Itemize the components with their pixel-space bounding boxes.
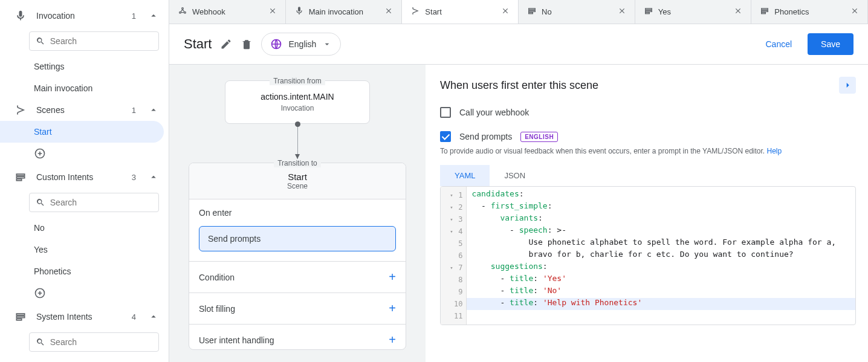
tab-no[interactable]: No [519, 0, 635, 24]
close-icon[interactable] [850, 7, 859, 17]
sidebar-custom-intents-header[interactable]: Custom Intents 3 [0, 166, 169, 188]
close-icon[interactable] [618, 7, 626, 17]
sidebar-invocation-label: Invocation [36, 11, 122, 21]
search-icon [36, 197, 45, 208]
tabs: WebhookMain invocationStartNoYesPhonetic… [169, 0, 868, 24]
user-intent-row[interactable]: User intent handling + [189, 325, 406, 350]
close-icon[interactable] [501, 7, 510, 17]
language-badge: ENGLISH [520, 132, 558, 142]
sidebar-item-start[interactable]: Start [0, 121, 164, 143]
sidebar-item-main-invocation[interactable]: Main invocation [0, 77, 169, 99]
tab-label: Start [425, 7, 441, 16]
sidebar-custom-intents-label: Custom Intents [36, 172, 122, 182]
sidebar-system-intents-count: 4 [132, 312, 136, 322]
scene-card-title: Start [198, 172, 397, 182]
call-webhook-row[interactable]: Call your webhook [440, 107, 856, 118]
scene-card-header[interactable]: Start Scene [189, 163, 406, 199]
sidebar-item-yes[interactable]: Yes [0, 239, 169, 260]
sidebar-item-phonetics[interactable]: Phonetics [0, 260, 169, 282]
send-prompts-checkbox[interactable] [440, 131, 451, 142]
tab-label: Yes [658, 7, 671, 16]
intent-icon [15, 171, 27, 183]
search-input[interactable] [50, 198, 152, 207]
close-icon[interactable] [384, 7, 393, 17]
tab-start[interactable]: Start [402, 0, 519, 24]
scene-icon [410, 6, 420, 18]
save-button[interactable]: Save [808, 33, 853, 55]
sidebar-invocation-search[interactable] [29, 31, 159, 51]
sidebar-scenes-header[interactable]: Scenes 1 [0, 99, 169, 121]
toolbar: Start English Cancel Save [169, 24, 868, 65]
gutter-line: 10 [441, 298, 466, 310]
svg-rect-5 [16, 314, 24, 315]
send-prompts-row[interactable]: Send prompts ENGLISH [440, 131, 856, 142]
search-input[interactable] [50, 337, 152, 347]
json-tab[interactable]: JSON [490, 165, 540, 186]
code-line[interactable]: - title: 'Yes' [467, 274, 855, 286]
mic-icon [15, 10, 27, 22]
code-line[interactable]: bravo for b, charlie for c etc. Do you w… [467, 250, 855, 262]
sidebar-intents-search[interactable] [29, 193, 159, 212]
code-line[interactable]: variants: [467, 213, 855, 225]
gutter-line: ▾3 [441, 213, 466, 225]
yaml-tab[interactable]: YAML [440, 165, 490, 186]
sidebar-system-search[interactable] [29, 332, 159, 352]
from-node-title: actions.intent.MAIN [250, 92, 345, 102]
expand-panel-button[interactable] [839, 77, 856, 94]
close-icon[interactable] [734, 7, 742, 17]
tab-yes[interactable]: Yes [635, 0, 752, 24]
tab-webhook[interactable]: Webhook [169, 0, 286, 24]
send-prompts-chip[interactable]: Send prompts [199, 226, 396, 251]
code-line[interactable]: - title: 'Help with Phonetics' [467, 298, 855, 310]
condition-row[interactable]: Condition + [189, 262, 406, 293]
code-line[interactable]: - first_simple: [467, 201, 855, 213]
code-line[interactable]: candidates: [467, 189, 855, 201]
sidebar-add-scene[interactable] [0, 143, 169, 166]
code-line[interactable] [467, 310, 855, 322]
svg-rect-15 [645, 10, 652, 11]
language-selector[interactable]: English [261, 33, 341, 56]
sidebar-system-intents-header[interactable]: System Intents 4 [0, 306, 169, 328]
sidebar-invocation-header[interactable]: Invocation 1 [0, 5, 169, 27]
add-condition-icon[interactable]: + [389, 270, 396, 284]
call-webhook-checkbox[interactable] [440, 107, 451, 118]
gutter-line: ▾4 [441, 225, 466, 238]
tab-phonetics[interactable]: Phonetics [751, 0, 868, 24]
connector-line [297, 124, 298, 159]
gutter-line: 9 [441, 286, 466, 298]
add-slot-icon[interactable]: + [389, 302, 396, 315]
code-line[interactable]: suggestions: [467, 262, 855, 274]
close-icon[interactable] [268, 7, 277, 17]
sidebar-item-manage[interactable]: Manage system intents [0, 357, 169, 362]
sidebar-item-no[interactable]: No [0, 217, 169, 239]
add-intent-icon[interactable]: + [389, 333, 396, 347]
scene-card: Start Scene On enter Send prompts Condit… [189, 163, 406, 350]
transition-from-node[interactable]: actions.intent.MAIN Invocation [225, 80, 370, 124]
edit-icon[interactable] [220, 38, 232, 50]
delete-icon[interactable] [241, 38, 253, 50]
scene-card-sub: Scene [198, 182, 397, 190]
gutter-line: 11 [441, 310, 466, 322]
tab-main-invocation[interactable]: Main invocation [286, 0, 403, 24]
help-link[interactable]: Help [767, 147, 782, 155]
gutter-line: ▾7 [441, 262, 466, 274]
help-text: To provide audio or visual feedback when… [440, 147, 856, 155]
send-prompts-label: Send prompts [459, 132, 512, 141]
code-editor[interactable]: ▾1▾2▾3▾456▾7891011 candidates: - first_s… [440, 186, 856, 325]
intent-icon [15, 311, 27, 323]
sidebar-system-intents-label: System Intents [36, 312, 122, 322]
sidebar: Invocation 1 Settings Main invocation Sc… [0, 0, 169, 362]
call-webhook-label: Call your webhook [459, 108, 529, 117]
gutter-line: ▾2 [441, 201, 466, 213]
slot-filling-row[interactable]: Slot filling + [189, 293, 406, 324]
sidebar-add-intent[interactable] [0, 282, 169, 306]
search-input[interactable] [50, 36, 152, 46]
code-line[interactable]: - speech: >- [467, 225, 855, 238]
code-line[interactable]: - title: 'No' [467, 286, 855, 298]
sidebar-item-settings[interactable]: Settings [0, 56, 169, 77]
gutter-line: 5 [441, 238, 466, 250]
code-line[interactable]: Use phonetic alphabet to spell the word.… [467, 238, 855, 250]
svg-point-10 [182, 8, 184, 10]
cancel-button[interactable]: Cancel [758, 34, 799, 54]
plus-circle-icon [34, 287, 46, 299]
